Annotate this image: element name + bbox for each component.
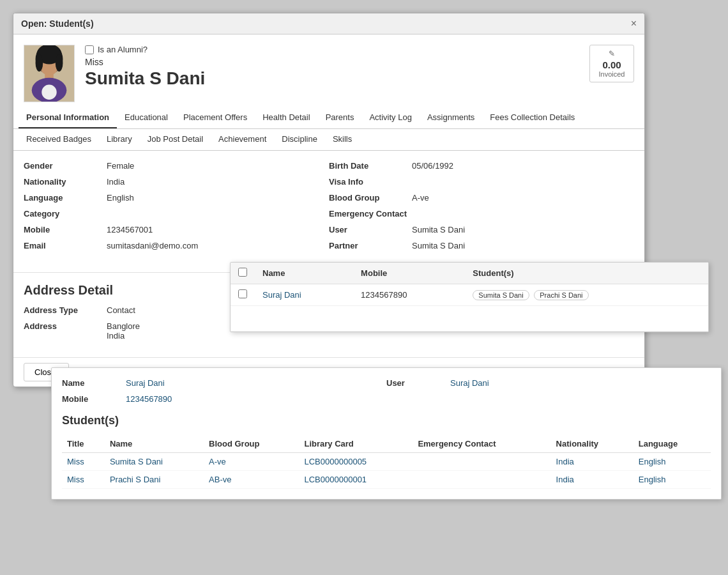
tab-health-detail[interactable]: Health Detail xyxy=(255,107,317,128)
language-label: Language xyxy=(24,193,107,203)
dropdown-row-checkbox-0[interactable] xyxy=(238,289,247,298)
student-name-1[interactable]: Prachi S Dani xyxy=(105,471,204,489)
student-tag-0: Sumita S Dani xyxy=(473,290,529,300)
info-row-nationality: Nationality India xyxy=(24,177,329,187)
student-nationality-0: India xyxy=(551,453,633,471)
student-blood-1: AB-ve xyxy=(204,471,299,489)
info-row-user: User Sumita S Dani xyxy=(329,225,634,234)
student-library-0[interactable]: LCB0000000005 xyxy=(300,453,413,471)
tabs-row-1: Personal Information Educational Placeme… xyxy=(13,107,644,129)
tab-achievement[interactable]: Achievement xyxy=(211,129,274,150)
page-wrapper: Open: Student(s) × xyxy=(13,13,715,387)
info-row-partner: Partner Sumita S Dani xyxy=(329,241,634,250)
info-row-mobile: Mobile 1234567001 xyxy=(24,225,329,234)
edit-icon[interactable]: ✎ xyxy=(598,49,626,58)
col-emergency: Emergency Contact xyxy=(413,435,550,453)
tab-skills[interactable]: Skills xyxy=(325,129,360,150)
tab-received-badges[interactable]: Received Badges xyxy=(19,129,99,150)
col-blood-group: Blood Group xyxy=(204,435,299,453)
dropdown-students-header: Student(s) xyxy=(465,263,708,284)
dropdown-row-0: Suraj Dani 1234567890 Sumita S Dani Prac… xyxy=(231,284,708,306)
gender-value: Female xyxy=(107,161,134,171)
tab-discipline[interactable]: Discipline xyxy=(274,129,325,150)
email-label: Email xyxy=(24,241,107,250)
invoice-label: Invoiced xyxy=(598,70,626,78)
tab-educational[interactable]: Educational xyxy=(117,107,176,128)
student-name: Sumita S Dani xyxy=(85,68,634,89)
tab-library[interactable]: Library xyxy=(99,129,140,150)
detail-name-label: Name xyxy=(62,378,126,388)
mobile-label: Mobile xyxy=(24,225,107,234)
alumni-checkbox-row: Is an Alumni? xyxy=(85,45,634,54)
dropdown-mobile-header: Mobile xyxy=(353,263,465,284)
alumni-label: Is an Alumni? xyxy=(98,45,148,54)
tab-placement-offers[interactable]: Placement Offers xyxy=(176,107,255,128)
tabs-row-2: Received Badges Library Job Post Detail … xyxy=(13,129,644,151)
modal-content: Is an Alumni? Miss Sumita S Dani ✎ 0.00 … xyxy=(13,34,644,387)
modal-close-button[interactable]: × xyxy=(631,19,637,29)
address-label: Address xyxy=(24,321,107,331)
tab-parents[interactable]: Parents xyxy=(318,107,362,128)
dropdown-check-header xyxy=(231,263,255,284)
dropdown-empty-row xyxy=(231,306,708,332)
student-tag-1: Prachi S Dani xyxy=(534,290,588,300)
student-emergency-1 xyxy=(413,471,550,489)
student-name-0[interactable]: Sumita S Dani xyxy=(105,453,204,471)
students-table-row-1: Miss Prachi S Dani AB-ve LCB0000000001 I… xyxy=(62,471,711,489)
svg-point-8 xyxy=(42,85,56,100)
address-type-value: Contact xyxy=(107,305,135,315)
tab-personal-information[interactable]: Personal Information xyxy=(19,107,117,128)
tab-fees-collection[interactable]: Fees Collection Details xyxy=(482,107,582,128)
address-type-label: Address Type xyxy=(24,305,107,315)
birthdate-value: 05/06/1992 xyxy=(412,161,453,171)
tab-job-post-detail[interactable]: Job Post Detail xyxy=(140,129,211,150)
students-table: Title Name Blood Group Library Card Emer… xyxy=(62,435,711,489)
svg-point-5 xyxy=(56,54,63,72)
modal-titlebar: Open: Student(s) × xyxy=(13,13,644,34)
detail-mobile-label: Mobile xyxy=(62,394,126,404)
student-title-1: Miss xyxy=(62,471,105,489)
detail-user-value[interactable]: Suraj Dani xyxy=(450,378,489,388)
info-col-left: Gender Female Nationality India Language… xyxy=(24,161,329,257)
info-row-emergency: Emergency Contact xyxy=(329,209,634,218)
tab-assignments[interactable]: Assignments xyxy=(420,107,482,128)
blood-label: Blood Group xyxy=(329,193,412,203)
dropdown-table: Name Mobile Student(s) Suraj Dani 123456… xyxy=(231,263,708,332)
students-section: Student(s) Title Name Blood Group Librar… xyxy=(62,414,711,489)
dropdown-row-name-link-0[interactable]: Suraj Dani xyxy=(262,290,301,300)
avatar-image xyxy=(24,45,74,102)
email-value: sumitasdani@demo.com xyxy=(107,241,198,250)
language-value: English xyxy=(107,193,134,203)
user-label: User xyxy=(329,225,412,234)
col-language: Language xyxy=(633,435,711,453)
student-title-0: Miss xyxy=(62,453,105,471)
student-emergency-0 xyxy=(413,453,550,471)
partner-label: Partner xyxy=(329,241,412,250)
modal-title: Open: Student(s) xyxy=(21,19,94,29)
students-section-title: Student(s) xyxy=(62,414,711,427)
students-table-row-0: Miss Sumita S Dani A-ve LCB0000000005 In… xyxy=(62,453,711,471)
alumni-checkbox[interactable] xyxy=(85,45,94,54)
col-nationality: Nationality xyxy=(551,435,633,453)
student-blood-0: A-ve xyxy=(204,453,299,471)
dropdown-select-all[interactable] xyxy=(238,268,247,277)
dropdown-row-mobile-0: 1234567890 xyxy=(353,284,465,306)
category-label: Category xyxy=(24,209,107,218)
dropdown-header-row: Name Mobile Student(s) xyxy=(231,263,708,284)
blood-value: A-ve xyxy=(412,193,429,203)
dropdown-row-students-0: Sumita S Dani Prachi S Dani xyxy=(465,284,708,306)
detail-user-label: User xyxy=(386,378,450,388)
info-col-right: Birth Date 05/06/1992 Visa Info Blood Gr… xyxy=(329,161,634,257)
nationality-label: Nationality xyxy=(24,177,107,187)
student-library-1[interactable]: LCB0000000001 xyxy=(300,471,413,489)
gender-label: Gender xyxy=(24,161,107,171)
col-name: Name xyxy=(105,435,204,453)
student-language-1: English xyxy=(633,471,711,489)
dropdown-row-check-0 xyxy=(231,284,255,306)
student-salutation: Miss xyxy=(85,57,634,67)
students-table-header: Title Name Blood Group Library Card Emer… xyxy=(62,435,711,453)
nationality-value: India xyxy=(107,177,125,187)
tab-activity-log[interactable]: Activity Log xyxy=(361,107,419,128)
emergency-label: Emergency Contact xyxy=(329,209,412,218)
detail-name-value[interactable]: Suraj Dani xyxy=(126,378,165,388)
